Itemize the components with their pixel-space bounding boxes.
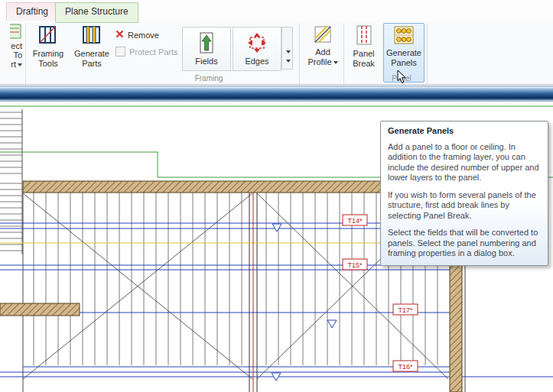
edges-button[interactable]: Edges (233, 27, 281, 71)
generate-parts-label-2: Parts (82, 59, 102, 68)
generate-parts-label-1: Generate (74, 49, 109, 58)
tooltip-paragraph: Select the fields that will be converted… (388, 228, 541, 259)
chevron-down-icon (286, 50, 291, 53)
chevron-down-icon (333, 61, 338, 64)
cropped-button-label-2-text: rt (11, 60, 16, 69)
generate-parts-icon (82, 25, 102, 47)
wall-left-segment (0, 303, 80, 316)
protect-parts-label: Protect Parts (129, 47, 178, 57)
panel-break-icon (356, 25, 372, 47)
framing-label: T16* (393, 361, 418, 371)
remove-label: Remove (128, 31, 159, 40)
panel-break-label-1: Panel (353, 49, 374, 58)
gallery-scroll-column (281, 27, 293, 70)
cropped-button-label-1: ect To (0, 41, 24, 60)
tooltip-paragraph: Add a panel to a floor or ceiling. In ad… (388, 142, 541, 183)
tooltip-paragraph: If you wish to form several panels of th… (388, 190, 541, 222)
group-separator (25, 24, 26, 96)
tab-drafting[interactable]: Drafting (6, 2, 58, 21)
section-marker-icon (272, 224, 337, 381)
tab-drafting-label: Drafting (16, 6, 48, 17)
edges-label: Edges (245, 57, 268, 66)
svg-text:T14*: T14* (347, 217, 363, 225)
panel-break-button[interactable]: Panel Break (346, 23, 381, 81)
add-profile-button[interactable]: Add Profile (304, 23, 342, 81)
group-separator (299, 24, 300, 96)
chevron-down-icon (18, 63, 22, 66)
fields-button[interactable]: Fields (182, 27, 231, 71)
tab-plane-structure-label: Plane Structure (65, 6, 128, 17)
svg-text:T16*: T16* (398, 363, 413, 371)
cropped-button-label-2: rt (11, 60, 24, 69)
remove-icon (115, 30, 124, 40)
ribbon-tab-bar: Drafting Plane Structure (0, 0, 553, 21)
left-strip-framing-lines (0, 112, 22, 251)
add-profile-icon (314, 25, 332, 45)
group-label-framing: Framing (185, 74, 233, 83)
generate-panels-label-1: Generate (386, 48, 421, 57)
generate-panels-label-2: Panels (391, 58, 417, 67)
chevron-down-icon (286, 60, 291, 63)
add-profile-label-2: Profile (307, 57, 337, 66)
gallery-more-button[interactable] (282, 57, 292, 66)
framing-label: T14* (343, 215, 367, 225)
gallery-scroll-down-button[interactable] (282, 47, 292, 57)
protect-parts-checkbox (115, 47, 125, 57)
cropped-button-icon (10, 23, 24, 41)
joist-lines (34, 193, 438, 365)
framing-tools-label-1: Framing (33, 49, 63, 58)
framing-tools-icon (38, 25, 58, 47)
window-divider-band (0, 86, 553, 102)
framing-tools-button[interactable]: Framing Tools (28, 23, 69, 81)
ribbon: ect To rt Framing Tools (0, 21, 553, 85)
application-window: Drafting Plane Structure ect To rt (0, 0, 553, 392)
tab-plane-structure[interactable]: Plane Structure (55, 2, 138, 23)
add-profile-label-1: Add (315, 47, 330, 57)
svg-text:T17*: T17* (398, 306, 413, 314)
generate-panels-icon (394, 26, 414, 46)
generate-parts-button[interactable]: Generate Parts (71, 23, 112, 81)
tooltip-generate-panels: Generate Panels Add a panel to a floor o… (380, 121, 548, 266)
svg-text:T15*: T15* (347, 261, 363, 269)
add-profile-label-2-text: Profile (307, 57, 331, 66)
framing-label: T17* (393, 304, 418, 315)
framing-label: T15* (343, 259, 367, 270)
fields-icon (198, 32, 215, 55)
fields-label: Fields (195, 57, 217, 66)
panel-break-label-2: Break (353, 59, 375, 68)
cropped-left-button[interactable]: ect To rt (0, 23, 24, 81)
tooltip-title: Generate Panels (388, 126, 541, 137)
protect-parts-toggle: Protect Parts (115, 47, 178, 57)
edges-icon (247, 32, 267, 55)
group-separator (427, 24, 428, 96)
group-separator (343, 24, 344, 96)
mouse-cursor-icon (397, 70, 407, 87)
framing-tools-label-2: Tools (38, 59, 58, 68)
remove-button[interactable]: Remove (115, 30, 159, 40)
